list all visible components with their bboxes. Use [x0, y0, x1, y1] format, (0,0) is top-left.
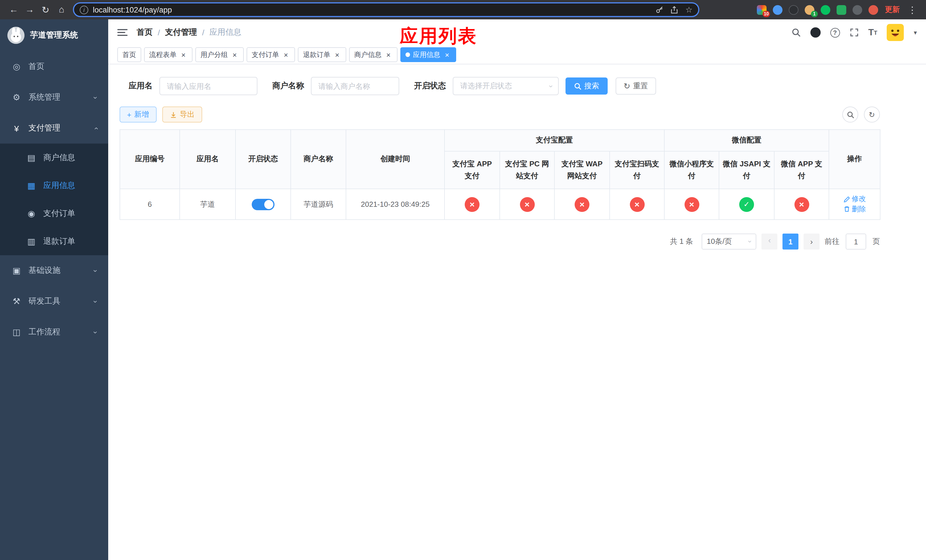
- goto-page-input[interactable]: [846, 233, 866, 250]
- browser-update-button[interactable]: 更新: [885, 5, 900, 15]
- extension-icon-2[interactable]: [773, 5, 782, 15]
- col-created: 创建时间: [346, 130, 445, 189]
- chevron-down-icon: ›: [91, 300, 100, 303]
- tab-user-group[interactable]: 用户分组 ×: [195, 47, 244, 62]
- tab-home[interactable]: 首页: [117, 47, 141, 62]
- edit-button[interactable]: 修改: [843, 194, 866, 204]
- submenu-item-merchant-info[interactable]: ▤ 商户信息: [0, 144, 108, 171]
- profile-avatar-icon[interactable]: [869, 5, 878, 15]
- extension-icon-3[interactable]: [789, 5, 799, 15]
- sidebar-item-label: 工作流程: [29, 327, 61, 337]
- user-avatar[interactable]: [887, 24, 904, 41]
- page-1-button[interactable]: 1: [782, 233, 799, 250]
- status-select-placeholder: 请选择开启状态: [460, 81, 512, 91]
- tab-refund-order[interactable]: 退款订单 ×: [298, 47, 346, 62]
- workflow-icon: ◫: [11, 327, 22, 337]
- toggle-search-button[interactable]: [842, 106, 858, 123]
- sidebar-item-infrastructure[interactable]: ▣ 基础设施 ›: [0, 255, 108, 286]
- bookmark-star-icon[interactable]: ☆: [685, 5, 693, 14]
- close-icon[interactable]: ×: [231, 51, 239, 59]
- sidebar-item-payment[interactable]: ¥ 支付管理 ›: [0, 113, 108, 144]
- browser-menu-icon[interactable]: ⋮: [904, 2, 920, 18]
- font-size-icon[interactable]: TT: [868, 27, 877, 38]
- pinned-extension-icon[interactable]: [853, 5, 862, 15]
- filter-bar: 应用名 商户名称 开启状态 请选择开启状态 › 搜索: [120, 77, 880, 95]
- app-logo[interactable]: 芋道管理系统: [0, 20, 108, 51]
- extension-icon-6[interactable]: [837, 5, 846, 15]
- reset-button[interactable]: ↻ 重置: [616, 77, 656, 95]
- sidebar-item-devtools[interactable]: ⚒ 研发工具 ›: [0, 286, 108, 317]
- page: ← → ↻ ⌂ i localhost:1024/pay/app ☆ 10: [0, 0, 926, 560]
- tab-process-form[interactable]: 流程表单 ×: [144, 47, 192, 62]
- app-name-input[interactable]: [159, 77, 257, 95]
- export-button[interactable]: 导出: [162, 106, 202, 123]
- cell-actions: 修改 删除: [829, 189, 880, 219]
- tab-payment-order[interactable]: 支付订单 ×: [247, 47, 295, 62]
- refresh-icon: ↻: [623, 82, 630, 90]
- add-button[interactable]: + 新增: [120, 106, 156, 123]
- search-button[interactable]: 搜索: [566, 77, 608, 95]
- merchant-name-input[interactable]: [311, 77, 399, 95]
- browser-forward-icon[interactable]: →: [22, 2, 38, 18]
- submenu-item-payment-order[interactable]: ◉ 支付订单: [0, 200, 108, 227]
- extension-badge-red: 10: [763, 11, 770, 17]
- col-app-name: 应用名: [180, 130, 236, 189]
- tab-merchant-info[interactable]: 商户信息 ×: [349, 47, 398, 62]
- col-app-id: 应用编号: [120, 130, 180, 189]
- submenu-item-label: 支付订单: [43, 208, 75, 218]
- page-content: 应用名 商户名称 开启状态 请选择开启状态 › 搜索: [108, 64, 926, 560]
- next-page-button[interactable]: ›: [803, 233, 820, 250]
- status-toggle[interactable]: [252, 198, 274, 210]
- submenu-item-refund-order[interactable]: ▥ 退款订单: [0, 227, 108, 255]
- page-size-select[interactable]: 10条/页 ›: [702, 233, 756, 250]
- breadcrumb-payment[interactable]: 支付管理: [165, 27, 197, 38]
- sidebar-item-system[interactable]: ⚙ 系统管理 ›: [0, 82, 108, 113]
- prev-page-button[interactable]: ›: [761, 233, 777, 250]
- chevron-down-icon: ›: [91, 331, 100, 333]
- sidebar-item-workflow[interactable]: ◫ 工作流程 ›: [0, 317, 108, 348]
- browser-reload-icon[interactable]: ↻: [38, 2, 53, 18]
- avatar-caret-icon[interactable]: ▾: [914, 29, 917, 36]
- site-info-icon[interactable]: i: [80, 5, 88, 14]
- help-icon[interactable]: ?: [830, 28, 840, 37]
- sidebar-collapse-icon[interactable]: [117, 29, 127, 36]
- address-bar[interactable]: i localhost:1024/pay/app ☆: [73, 2, 699, 17]
- github-icon[interactable]: [810, 27, 820, 38]
- extension-icon-1[interactable]: 10: [757, 5, 767, 15]
- address-bar-actions: ☆: [656, 5, 693, 14]
- status-select[interactable]: 请选择开启状态 ›: [453, 77, 559, 95]
- col-actions: 操作: [829, 130, 880, 189]
- delete-button[interactable]: 删除: [843, 204, 866, 214]
- status-label: 开启状态: [414, 81, 446, 91]
- cell-merchant: 芋道源码: [291, 189, 346, 219]
- status-cross-icon: [684, 197, 699, 212]
- logo-rabbit-icon: [8, 27, 24, 44]
- breadcrumb-home[interactable]: 首页: [137, 27, 153, 38]
- col-status: 开启状态: [236, 130, 291, 189]
- close-icon[interactable]: ×: [443, 51, 451, 59]
- close-icon[interactable]: ×: [282, 51, 290, 59]
- share-icon[interactable]: [670, 6, 679, 14]
- extension-icon-4[interactable]: 1: [805, 5, 814, 15]
- breadcrumb-separator: /: [202, 28, 204, 37]
- col-alipay-qr: 支付宝扫码支付: [610, 151, 664, 189]
- refresh-table-button[interactable]: ↻: [864, 106, 880, 123]
- fullscreen-icon[interactable]: [849, 28, 858, 37]
- active-dot: [406, 52, 410, 57]
- submenu-item-label: 退款订单: [43, 236, 75, 247]
- close-icon[interactable]: ×: [333, 51, 341, 59]
- search-icon[interactable]: [791, 28, 800, 37]
- browser-home-icon[interactable]: ⌂: [53, 2, 70, 18]
- extension-icon-5[interactable]: [821, 5, 830, 15]
- tags-view-bar: 首页 流程表单 × 用户分组 × 支付订单 × 退款订单 ×: [108, 45, 926, 64]
- sidebar-item-home[interactable]: ◎ 首页: [0, 51, 108, 82]
- passwords-key-icon[interactable]: [656, 6, 664, 14]
- close-icon[interactable]: ×: [179, 51, 188, 59]
- submenu-item-app-info[interactable]: ▦ 应用信息: [0, 171, 108, 200]
- app-name-label: 应用名: [129, 81, 153, 91]
- tab-app-info[interactable]: 应用信息 ×: [400, 47, 456, 62]
- cell-created: 2021-10-23 08:49:25: [346, 189, 445, 219]
- browser-back-icon[interactable]: ←: [6, 2, 22, 18]
- close-icon[interactable]: ×: [384, 51, 392, 59]
- status-check-icon: [739, 197, 754, 212]
